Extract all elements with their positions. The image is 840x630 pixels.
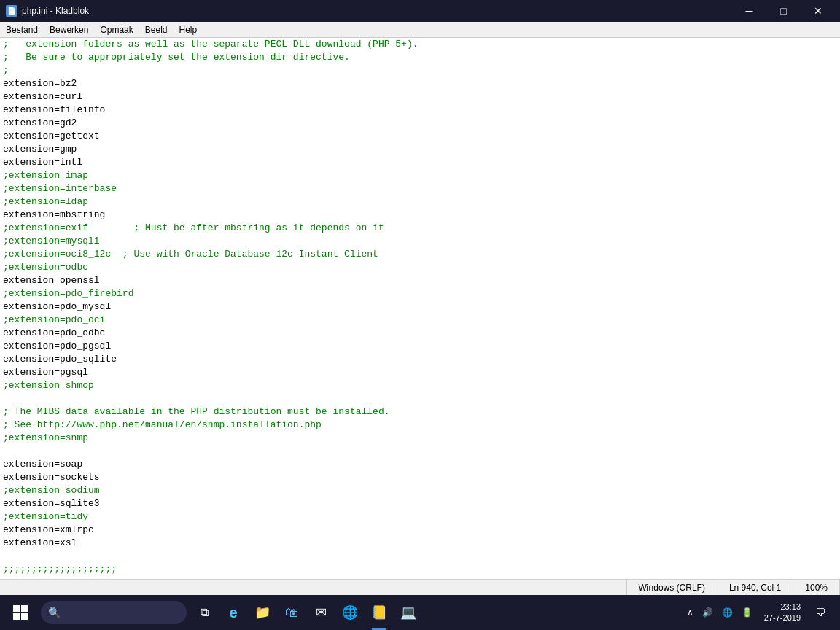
- close-button[interactable]: ✕: [801, 0, 834, 22]
- tray-network[interactable]: 🌐: [719, 607, 736, 618]
- editor-textarea[interactable]: ; extension folders as well as the separ…: [0, 38, 840, 579]
- tray-speaker[interactable]: 🔊: [699, 607, 716, 618]
- start-button[interactable]: [3, 595, 38, 630]
- tray-chevron[interactable]: ∧: [684, 607, 696, 618]
- tray-date-value: 27-7-2019: [764, 612, 801, 623]
- tray-battery[interactable]: 🔋: [739, 607, 755, 618]
- taskbar-mail[interactable]: ✉: [306, 595, 335, 630]
- taskbar-app2[interactable]: 💻: [394, 595, 423, 630]
- title-bar-controls: ─ □ ✕: [733, 0, 834, 22]
- main-window: 📄 php.ini - Kladblok ─ □ ✕ Bestand Bewer…: [0, 0, 840, 630]
- tray-time-value: 23:13: [764, 602, 801, 612]
- title-bar: 📄 php.ini - Kladblok ─ □ ✕: [0, 0, 840, 22]
- search-icon: 🔍: [48, 607, 61, 618]
- menu-bar: Bestand Bewerken Opmaak Beeld Help: [0, 22, 840, 38]
- status-bar: Windows (CRLF) Ln 940, Col 1 100%: [0, 579, 840, 595]
- taskbar-edge[interactable]: e: [219, 595, 248, 630]
- status-line-ending: Windows (CRLF): [627, 580, 718, 595]
- menu-opmaak[interactable]: Opmaak: [94, 22, 139, 37]
- editor-container: ; extension folders as well as the separ…: [0, 38, 840, 579]
- menu-bewerken[interactable]: Bewerken: [44, 22, 94, 37]
- app-icon: 📄: [6, 5, 18, 17]
- menu-bestand[interactable]: Bestand: [0, 22, 44, 37]
- status-empty: [0, 580, 627, 595]
- minimize-button[interactable]: ─: [733, 0, 766, 22]
- status-position: Ln 940, Col 1: [718, 580, 793, 595]
- menu-beeld[interactable]: Beeld: [139, 22, 174, 37]
- maximize-button[interactable]: □: [767, 0, 800, 22]
- taskbar-notepad[interactable]: 📒: [365, 595, 394, 630]
- notification-icon[interactable]: 🗨: [809, 607, 831, 618]
- menu-help[interactable]: Help: [173, 22, 203, 37]
- tray-clock[interactable]: 23:13 27-7-2019: [758, 602, 806, 624]
- taskbar: 🔍 ⧉ e 📁 🛍 ✉ 🌐 📒 💻 ∧: [0, 595, 840, 630]
- title-bar-text: php.ini - Kladblok: [22, 6, 733, 16]
- taskview-button[interactable]: ⧉: [190, 595, 219, 630]
- status-zoom: 100%: [793, 580, 840, 595]
- system-tray: ∧ 🔊 🌐 🔋 23:13 27-7-2019 🗨: [678, 602, 837, 624]
- taskbar-store[interactable]: 🛍: [277, 595, 306, 630]
- taskbar-browser2[interactable]: 🌐: [335, 595, 365, 630]
- taskbar-search[interactable]: 🔍: [41, 601, 187, 624]
- taskbar-explorer[interactable]: 📁: [248, 595, 277, 630]
- windows-logo: [13, 605, 28, 620]
